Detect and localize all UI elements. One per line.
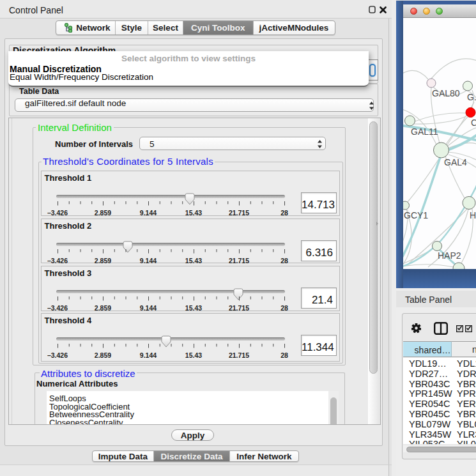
svg-text:HAP2: HAP2: [438, 250, 461, 261]
svg-text:GAL80: GAL80: [432, 88, 460, 98]
svg-text:G.: G.: [467, 92, 476, 102]
svg-text:GAL4: GAL4: [444, 157, 467, 167]
svg-text:GAL11: GAL11: [411, 127, 438, 137]
svg-text:C: C: [471, 118, 476, 128]
svg-text:H: H: [470, 210, 476, 220]
svg-text:GCY1: GCY1: [404, 210, 428, 220]
